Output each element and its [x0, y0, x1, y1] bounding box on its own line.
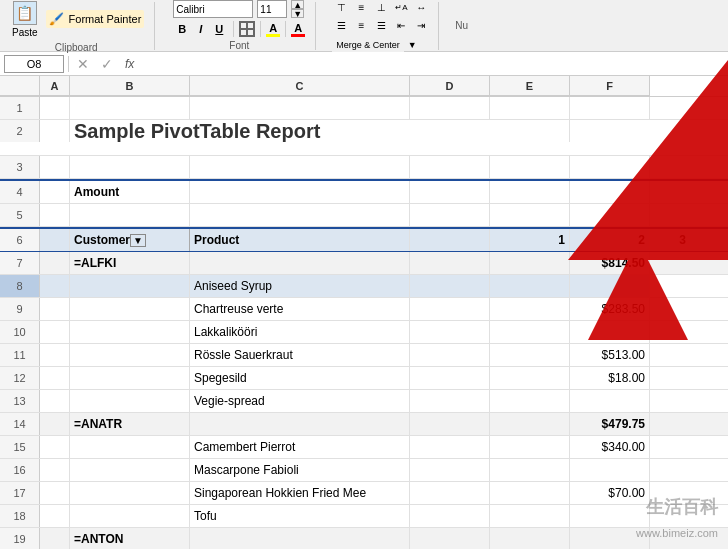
grid-cell[interactable] — [190, 528, 410, 549]
grid-cell[interactable] — [410, 482, 490, 504]
format-painter-button[interactable]: 🖌️ Format Painter — [46, 10, 145, 28]
alfki-total-cell[interactable]: $814.50 — [570, 252, 650, 274]
grid-cell[interactable] — [70, 390, 190, 412]
grid-cell[interactable] — [40, 505, 70, 527]
anton-group-cell[interactable]: =ANTON — [70, 528, 190, 549]
grid-cell[interactable] — [40, 275, 70, 297]
formula-input[interactable] — [142, 55, 724, 73]
font-size-decrease[interactable]: ▼ — [291, 9, 304, 18]
singaporean-value-cell[interactable]: $70.00 — [570, 482, 650, 504]
grid-cell[interactable] — [40, 181, 70, 203]
alfki-group-cell[interactable]: =ALFKI — [70, 252, 190, 274]
grid-cell[interactable] — [490, 97, 570, 119]
confirm-formula-button[interactable]: ✓ — [97, 56, 117, 72]
grid-cell[interactable] — [490, 344, 570, 366]
aniseed-syrup-cell[interactable]: Aniseed Syrup — [190, 275, 410, 297]
grid-cell[interactable] — [410, 229, 490, 251]
grid-cell[interactable] — [410, 344, 490, 366]
col-header-c[interactable]: C — [190, 76, 410, 96]
grid-cell[interactable] — [190, 204, 410, 226]
grid-cell[interactable] — [490, 204, 570, 226]
grid-cell[interactable] — [190, 156, 410, 178]
camembert-value-cell[interactable]: $340.00 — [570, 436, 650, 458]
grid-cell[interactable] — [190, 413, 410, 435]
fill-color-button[interactable]: A — [266, 22, 280, 37]
camembert-cell[interactable]: Camembert Pierrot — [190, 436, 410, 458]
grid-cell[interactable] — [70, 344, 190, 366]
grid-cell[interactable] — [490, 275, 570, 297]
indent-button[interactable]: ↔ — [412, 0, 430, 15]
paste-button[interactable]: 📋 Paste — [8, 0, 42, 40]
cancel-formula-button[interactable]: ✕ — [73, 56, 93, 72]
grid-cell[interactable] — [410, 156, 490, 178]
grid-cell[interactable] — [40, 413, 70, 435]
grid-cell[interactable] — [40, 390, 70, 412]
grid-cell[interactable] — [410, 97, 490, 119]
grid-cell[interactable] — [490, 298, 570, 320]
tofu-cell[interactable]: Tofu — [190, 505, 410, 527]
grid-cell[interactable] — [40, 120, 70, 142]
grid-cell[interactable] — [410, 204, 490, 226]
grid-cell[interactable] — [410, 181, 490, 203]
grid-cell[interactable] — [410, 321, 490, 343]
grid-cell[interactable] — [190, 252, 410, 274]
grid-cell[interactable] — [70, 505, 190, 527]
bold-button[interactable]: B — [173, 21, 191, 37]
col-header-f[interactable]: F — [570, 76, 650, 96]
amount-header-cell[interactable]: Amount — [70, 181, 190, 203]
font-size-input[interactable] — [257, 0, 287, 18]
grid-cell[interactable] — [490, 436, 570, 458]
grid-cell[interactable] — [40, 482, 70, 504]
grid-cell[interactable] — [570, 321, 650, 343]
align-left-button[interactable]: ☰ — [332, 18, 350, 33]
grid-cell[interactable] — [490, 252, 570, 274]
grid-cell[interactable] — [40, 344, 70, 366]
grid-cell[interactable] — [410, 528, 490, 549]
grid-cell[interactable] — [410, 436, 490, 458]
grid-cell[interactable] — [190, 97, 410, 119]
chartreuse-cell[interactable]: Chartreuse verte — [190, 298, 410, 320]
grid-cell[interactable] — [70, 156, 190, 178]
grid-cell[interactable] — [490, 505, 570, 527]
grid-cell[interactable] — [410, 413, 490, 435]
title-cell[interactable]: Sample PivotTable Report — [70, 120, 570, 142]
grid-cell[interactable] — [40, 436, 70, 458]
spegesild-value-cell[interactable]: $18.00 — [570, 367, 650, 389]
grid-cell[interactable] — [570, 275, 650, 297]
grid-cell[interactable] — [40, 298, 70, 320]
mascarpone-cell[interactable]: Mascarpone Fabioli — [190, 459, 410, 481]
col-header-d[interactable]: D — [410, 76, 490, 96]
spegesild-cell[interactable]: Spegesild — [190, 367, 410, 389]
grid-cell[interactable] — [490, 459, 570, 481]
grid-cell[interactable] — [70, 275, 190, 297]
grid-cell[interactable] — [410, 298, 490, 320]
indent-right-button[interactable]: ⇥ — [412, 18, 430, 33]
anatr-group-cell[interactable]: =ANATR — [70, 413, 190, 435]
customer-filter-dropdown[interactable]: ▼ — [130, 234, 146, 247]
grid-cell[interactable] — [570, 97, 650, 119]
grid-cell[interactable] — [490, 367, 570, 389]
col-header-e[interactable]: E — [490, 76, 570, 96]
align-top-button[interactable]: ⊤ — [332, 0, 350, 15]
grid-cell[interactable] — [490, 528, 570, 549]
grid-cell[interactable] — [410, 367, 490, 389]
grid-cell[interactable] — [570, 528, 650, 549]
grid-cell[interactable] — [490, 181, 570, 203]
grid-cell[interactable] — [410, 505, 490, 527]
align-bottom-button[interactable]: ⊥ — [372, 0, 390, 15]
col-header-b[interactable]: B — [70, 76, 190, 96]
cell-reference-box[interactable] — [4, 55, 64, 73]
grid-cell[interactable] — [570, 156, 650, 178]
grid-cell[interactable] — [40, 97, 70, 119]
col-1-header[interactable]: 1 — [490, 229, 570, 251]
grid-cell[interactable] — [70, 97, 190, 119]
grid-cell[interactable] — [490, 413, 570, 435]
underline-button[interactable]: U — [210, 21, 228, 37]
font-color-button[interactable]: A — [291, 22, 305, 37]
grid-cell[interactable] — [70, 367, 190, 389]
grid-cell[interactable] — [570, 505, 650, 527]
align-center-button[interactable]: ≡ — [352, 18, 370, 33]
anatr-total-cell[interactable]: $479.75 — [570, 413, 650, 435]
lakkalikoori-cell[interactable]: Lakkalikööri — [190, 321, 410, 343]
singaporean-cell[interactable]: Singaporean Hokkien Fried Mee — [190, 482, 410, 504]
